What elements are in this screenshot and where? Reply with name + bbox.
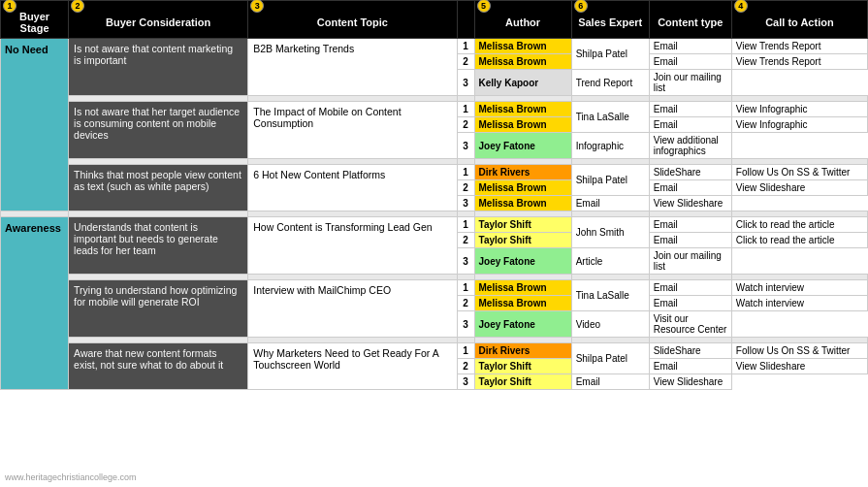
author-cell: Dirk Rivers xyxy=(474,343,571,359)
content-type-cell: Email xyxy=(649,233,731,248)
row-number: 2 xyxy=(457,54,474,70)
header-sales-expert: 6 Sales Expert xyxy=(571,1,649,39)
cta-cell: Watch interview xyxy=(731,280,867,296)
content-type-cell: Trend Report xyxy=(571,70,649,96)
content-type-cell: Email xyxy=(649,296,731,311)
author-cell: Taylor Shift xyxy=(474,217,571,233)
content-map-table: 1 Buyer Stage 2 Buyer Consideration 3 Co… xyxy=(0,0,868,390)
row-number: 3 xyxy=(457,248,474,275)
row-number: 1 xyxy=(457,39,474,54)
header-author: 5 Author xyxy=(474,1,571,39)
sales-expert-cell: Shilpa Patel xyxy=(571,39,649,70)
cta-cell: Visit our Resource Center xyxy=(649,311,731,338)
cta-cell: Click to read the article xyxy=(731,233,867,248)
content-type-cell: Video xyxy=(571,311,649,338)
table-row: Trying to understand how optimizing for … xyxy=(1,280,868,296)
author-cell: Dirk Rivers xyxy=(474,165,571,180)
cta-cell: Follow Us On SS & Twitter xyxy=(731,165,867,180)
row-number: 1 xyxy=(457,343,474,359)
header-content-topic: 3 Content Topic xyxy=(248,1,457,39)
row-number: 2 xyxy=(457,296,474,311)
cta-cell: View Slideshare xyxy=(731,180,867,196)
row-number: 2 xyxy=(457,117,474,133)
header-buyer-stage: 1 Buyer Stage xyxy=(1,1,69,39)
content-type-cell: Email xyxy=(649,117,731,133)
badge-2: 2 xyxy=(71,0,84,13)
badge-6: 6 xyxy=(574,0,588,13)
content-type-cell: Email xyxy=(571,196,649,211)
content-topic-cell: 6 Hot New Content Platforms xyxy=(248,165,457,211)
consideration-cell: Is not aware that content marketing is i… xyxy=(69,39,248,96)
content-type-cell: SlideShare xyxy=(649,165,731,180)
badge-1: 1 xyxy=(3,0,16,13)
header-content-type: Content type xyxy=(649,1,731,39)
author-cell: Taylor Shift xyxy=(474,233,571,248)
sales-expert-cell: Shilpa Patel xyxy=(571,165,649,196)
row-number: 2 xyxy=(457,359,474,374)
cta-cell: View Slideshare xyxy=(649,374,731,390)
author-cell: Melissa Brown xyxy=(474,39,571,54)
author-cell: Melissa Brown xyxy=(474,117,571,133)
author-cell: Taylor Shift xyxy=(474,359,571,374)
cta-cell: Watch interview xyxy=(731,296,867,311)
content-type-cell: Email xyxy=(649,39,731,54)
cta-cell: Follow Us On SS & Twitter xyxy=(731,343,867,359)
sales-expert-cell: John Smith xyxy=(571,217,649,248)
cta-cell: Click to read the article xyxy=(731,217,867,233)
consideration-cell: Aware that new content formats exist, no… xyxy=(69,343,248,390)
author-cell: Joey Fatone xyxy=(474,311,571,338)
row-number: 3 xyxy=(457,374,474,390)
buyer-stage-cell: No Need xyxy=(1,39,69,211)
content-type-cell: Email xyxy=(649,102,731,117)
header-num xyxy=(457,1,474,39)
content-type-cell: Email xyxy=(649,359,731,374)
cta-cell: View Infographic xyxy=(731,102,867,117)
content-type-cell: Infographic xyxy=(571,133,649,159)
consideration-cell: Understands that content is important bu… xyxy=(69,217,248,275)
badge-4: 4 xyxy=(734,0,748,13)
content-topic-cell: Why Marketers Need to Get Ready For A To… xyxy=(248,343,457,390)
buyer-stage-cell: Awareness xyxy=(1,217,69,390)
cta-cell: View Slideshare xyxy=(731,359,867,374)
sales-expert-cell: Tina LaSalle xyxy=(571,102,649,133)
author-cell: Kelly Kapoor xyxy=(474,70,571,96)
content-type-cell: Email xyxy=(649,180,731,196)
cta-cell: Join our mailing list xyxy=(649,248,731,275)
badge-5: 5 xyxy=(477,0,491,13)
consideration-cell: Thinks that most people view content as … xyxy=(69,165,248,211)
content-topic-cell: Interview with MailChimp CEO xyxy=(248,280,457,338)
content-topic-cell: The Impact of Mobile on Content Consumpt… xyxy=(248,102,457,159)
author-cell: Melissa Brown xyxy=(474,54,571,70)
row-number: 1 xyxy=(457,280,474,296)
row-number: 1 xyxy=(457,102,474,117)
badge-3: 3 xyxy=(250,0,264,13)
row-number: 2 xyxy=(457,233,474,248)
table-row: No NeedIs not aware that content marketi… xyxy=(1,39,868,54)
content-topic-cell: How Content is Transforming Lead Gen xyxy=(248,217,457,275)
row-number: 1 xyxy=(457,165,474,180)
row-number: 1 xyxy=(457,217,474,233)
author-cell: Melissa Brown xyxy=(474,280,571,296)
content-type-cell: SlideShare xyxy=(649,343,731,359)
row-number: 3 xyxy=(457,70,474,96)
cta-cell: View Trends Report xyxy=(731,54,867,70)
header-buyer-consideration: 2 Buyer Consideration xyxy=(69,1,248,39)
author-cell: Melissa Brown xyxy=(474,296,571,311)
author-cell: Taylor Shift xyxy=(474,374,571,390)
table-row: Is not aware that her target audience is… xyxy=(1,102,868,117)
row-number: 2 xyxy=(457,180,474,196)
header-cta: 4 Call to Action xyxy=(731,1,867,39)
author-cell: Melissa Brown xyxy=(474,180,571,196)
consideration-cell: Trying to understand how optimizing for … xyxy=(69,280,248,338)
cta-cell: View Trends Report xyxy=(731,39,867,54)
row-number: 3 xyxy=(457,196,474,211)
cta-cell: Join our mailing list xyxy=(649,70,731,96)
table-row: Aware that new content formats exist, no… xyxy=(1,343,868,359)
row-number: 3 xyxy=(457,311,474,338)
content-topic-cell: B2B Marketing Trends xyxy=(248,39,457,96)
consideration-cell: Is not aware that her target audience is… xyxy=(69,102,248,159)
row-number: 3 xyxy=(457,133,474,159)
author-cell: Joey Fatone xyxy=(474,133,571,159)
cta-cell: View Slideshare xyxy=(649,196,731,211)
content-type-cell: Email xyxy=(649,217,731,233)
